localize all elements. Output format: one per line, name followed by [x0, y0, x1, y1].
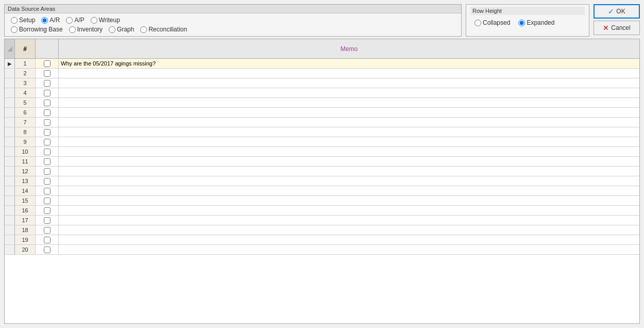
row-checkbox-cell[interactable] — [36, 98, 59, 107]
row-checkbox[interactable] — [44, 60, 50, 67]
row-checkbox[interactable] — [44, 149, 50, 155]
row-checkbox-cell[interactable] — [36, 206, 59, 215]
row-checkbox[interactable] — [44, 188, 50, 194]
row-checkbox[interactable] — [44, 158, 50, 165]
radio-setup[interactable]: Setup — [11, 17, 35, 24]
row-number: 7 — [15, 118, 36, 127]
row-checkbox-cell[interactable] — [36, 245, 59, 254]
table-row: 17 — [5, 216, 639, 225]
row-checkbox-cell[interactable] — [36, 186, 59, 195]
row-number: 14 — [15, 186, 36, 195]
table-row: 16 — [5, 206, 639, 216]
radio-reconciliation[interactable]: Reconciliation — [140, 26, 187, 33]
ok-button[interactable]: ✓ OK — [594, 4, 640, 19]
row-checkbox[interactable] — [44, 217, 50, 224]
svg-marker-0 — [7, 46, 12, 52]
header-section: Data Source Areas Setup A/R A/P — [4, 4, 640, 37]
grid-container: # Memo ▶1Why are the 05/2017 agings miss… — [4, 39, 640, 324]
cancel-button[interactable]: ✕ Cancel — [594, 21, 640, 35]
row-number: 11 — [15, 157, 36, 166]
row-memo — [59, 225, 639, 235]
radio-writeup[interactable]: Writeup — [91, 17, 120, 24]
radio-expanded-label: Expanded — [527, 19, 554, 26]
radio-expanded[interactable]: Expanded — [518, 19, 554, 26]
row-checkbox-cell[interactable] — [36, 127, 59, 137]
row-checkbox-cell[interactable] — [36, 235, 59, 244]
row-checkbox[interactable] — [44, 227, 50, 234]
radio-collapsed-label: Collapsed — [483, 19, 510, 26]
row-checkbox-cell[interactable] — [36, 176, 59, 186]
row-checkbox[interactable] — [44, 100, 50, 106]
table-row: 15 — [5, 196, 639, 206]
row-memo — [59, 216, 639, 225]
row-memo — [59, 245, 639, 254]
row-checkbox[interactable] — [44, 90, 50, 96]
row-number: 17 — [15, 216, 36, 225]
row-checkbox[interactable] — [44, 109, 50, 116]
row-checkbox[interactable] — [44, 237, 50, 243]
row-checkbox[interactable] — [44, 70, 50, 77]
radio-ap-label: A/P — [74, 17, 84, 24]
row-memo — [59, 98, 639, 107]
radio-ap[interactable]: A/P — [66, 17, 84, 24]
row-checkbox-cell[interactable] — [36, 88, 59, 97]
row-checkbox[interactable] — [44, 80, 50, 87]
row-checkbox-cell[interactable] — [36, 59, 59, 68]
row-checkbox-cell[interactable] — [36, 137, 59, 146]
row-indicator: ▶ — [5, 59, 15, 68]
row-number: 15 — [15, 196, 36, 205]
row-indicator — [5, 98, 15, 107]
radio-ar[interactable]: A/R — [41, 17, 60, 24]
row-number: 18 — [15, 225, 36, 235]
row-checkbox-cell[interactable] — [36, 147, 59, 156]
row-number: 8 — [15, 127, 36, 137]
row-indicator — [5, 176, 15, 186]
radio-borrowing-base-label: Borrowing Base — [19, 26, 63, 33]
row-checkbox[interactable] — [44, 119, 50, 126]
radio-graph-label: Graph — [117, 26, 134, 33]
row-checkbox[interactable] — [44, 247, 50, 253]
radio-inventory-label: Inventory — [77, 26, 103, 33]
table-row: 20 — [5, 245, 639, 255]
row-checkbox-cell[interactable] — [36, 69, 59, 78]
row-checkbox-cell[interactable] — [36, 78, 59, 88]
table-row: ▶1Why are the 05/2017 agings missing? — [5, 59, 639, 69]
row-checkbox-cell[interactable] — [36, 108, 59, 117]
row-checkbox-cell[interactable] — [36, 157, 59, 166]
row-number: 1 — [15, 59, 36, 68]
col-check-header — [36, 39, 59, 58]
row-checkbox-cell[interactable] — [36, 216, 59, 225]
row-number: 19 — [15, 235, 36, 244]
radio-borrowing-base[interactable]: Borrowing Base — [11, 26, 63, 33]
corner-icon — [7, 46, 12, 52]
radio-inventory[interactable]: Inventory — [69, 26, 103, 33]
row-indicator — [5, 108, 15, 117]
radio-graph[interactable]: Graph — [109, 26, 134, 33]
row-memo — [59, 196, 639, 205]
button-group: ✓ OK ✕ Cancel — [594, 4, 640, 37]
row-checkbox[interactable] — [44, 198, 50, 204]
table-row: 2 — [5, 69, 639, 78]
row-checkbox[interactable] — [44, 139, 50, 145]
row-checkbox[interactable] — [44, 207, 50, 214]
row-indicator — [5, 147, 15, 156]
row-checkbox-cell[interactable] — [36, 196, 59, 205]
row-number: 12 — [15, 167, 36, 176]
row-number: 5 — [15, 98, 36, 107]
row-memo — [59, 147, 639, 156]
data-source-box: Data Source Areas Setup A/R A/P — [4, 4, 462, 37]
row-number: 10 — [15, 147, 36, 156]
row-checkbox[interactable] — [44, 178, 50, 185]
radio-collapsed[interactable]: Collapsed — [474, 19, 510, 26]
row-checkbox[interactable] — [44, 168, 50, 175]
row-memo — [59, 78, 639, 88]
row-indicator — [5, 245, 15, 254]
radio-ar-label: A/R — [49, 17, 60, 24]
row-indicator — [5, 216, 15, 225]
row-checkbox-cell[interactable] — [36, 225, 59, 235]
row-checkbox[interactable] — [44, 129, 50, 136]
grid-body: ▶1Why are the 05/2017 agings missing?234… — [5, 59, 639, 323]
row-checkbox-cell[interactable] — [36, 167, 59, 176]
cancel-label: Cancel — [611, 24, 630, 31]
row-checkbox-cell[interactable] — [36, 118, 59, 127]
